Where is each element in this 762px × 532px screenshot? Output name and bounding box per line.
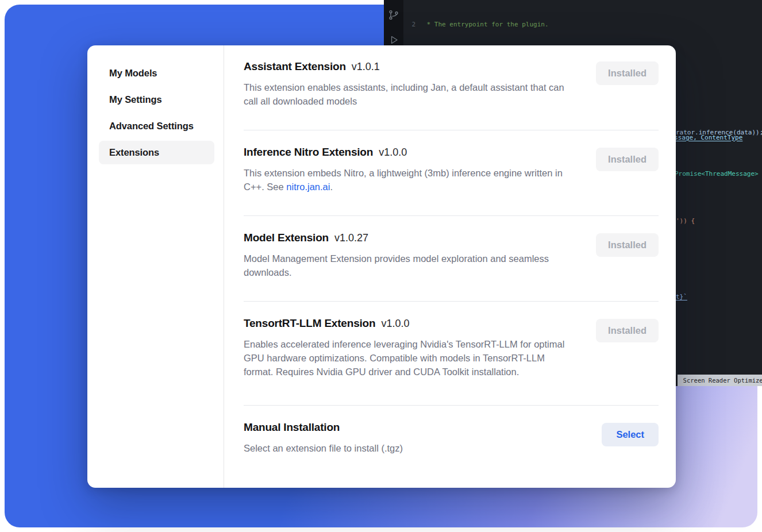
code-fragment: Promise<ThreadMessage> [675,169,759,179]
manual-installation-title: Manual Installation [244,421,340,433]
extension-row-tensorrt-llm: TensortRT-LLM Extensionv1.0.0 Enables ac… [244,302,659,406]
extension-version: v1.0.27 [334,232,368,244]
manual-installation-description: Select an extension file to install (.tg… [244,441,575,455]
manual-installation-row: Manual Installation Select an extension … [244,406,659,477]
sidebar-item-my-models[interactable]: My Models [99,61,214,85]
extension-description: This extension embeds Nitro, a lightweig… [244,166,575,194]
settings-sidebar: My Models My Settings Advanced Settings … [87,45,224,488]
installed-button[interactable]: Installed [596,148,659,171]
code-fragment: rator.inference(data)); [676,128,762,137]
extension-row-assistant: Assistant Extensionv1.0.1 This extension… [244,52,659,130]
installed-button[interactable]: Installed [596,61,659,85]
installed-button[interactable]: Installed [596,319,659,342]
extension-version: v1.0.0 [381,318,409,329]
select-file-button[interactable]: Select [602,423,659,446]
extension-description: Enables accelerated inference leveraging… [244,337,575,379]
manual-installation-title-wrap: Manual Installation [244,421,659,434]
extension-description: This extension enables assistants, inclu… [244,80,575,108]
extension-version: v1.0.1 [352,61,380,72]
sidebar-item-extensions[interactable]: Extensions [99,141,214,164]
screen-reader-status-badge[interactable]: Screen Reader Optimized [678,375,762,386]
installed-button[interactable]: Installed [596,233,659,257]
extension-name: TensortRT-LLM Extension [244,317,375,329]
extension-name: Model Extension [244,232,329,244]
sidebar-item-my-settings[interactable]: My Settings [99,88,214,111]
extension-row-model: Model Extensionv1.0.27 Model Management … [244,216,659,302]
git-branch-icon[interactable] [388,9,399,21]
extensions-panel: Assistant Extensionv1.0.1 This extension… [224,45,676,488]
code-fragment: t}` [676,292,687,302]
line-number: 2 [403,20,423,29]
extension-row-inference-nitro: Inference Nitro Extensionv1.0.0 This ext… [244,130,659,216]
nitro-jan-ai-link[interactable]: nitro.jan.ai [286,182,330,192]
extension-description: Model Management Extension provides mode… [244,252,575,279]
extension-name: Assistant Extension [244,60,346,72]
settings-modal: My Models My Settings Advanced Settings … [87,45,676,488]
code-fragment: ')) { [676,217,695,226]
run-debug-icon[interactable] [388,34,399,45]
extension-version: v1.0.0 [379,147,407,158]
code-text: * The entrypoint for the plugin. [423,20,549,29]
extension-name: Inference Nitro Extension [244,146,373,158]
sidebar-item-advanced-settings[interactable]: Advanced Settings [99,114,214,138]
